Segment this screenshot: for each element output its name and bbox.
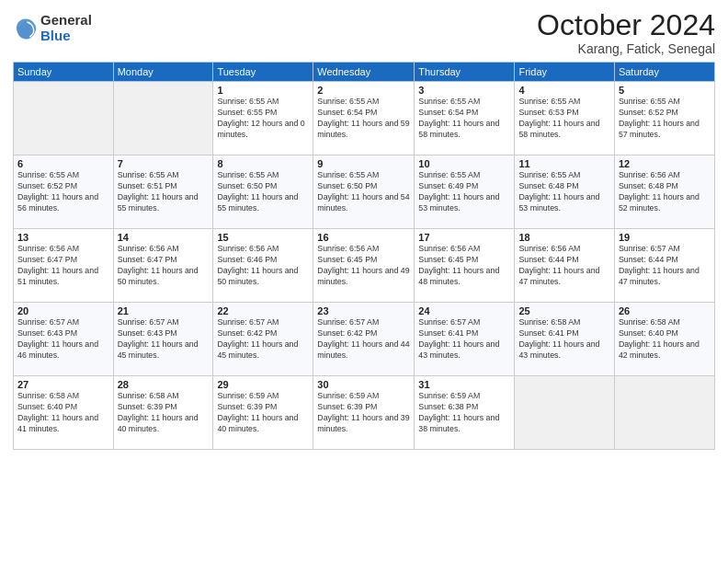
calendar-week-row: 27Sunrise: 6:58 AMSunset: 6:40 PMDayligh… [14, 376, 715, 450]
day-number: 30 [317, 379, 410, 390]
page-header: General Blue October 2024 Karang, Fatick… [13, 9, 715, 56]
header-tuesday: Tuesday [213, 63, 313, 82]
table-row: 27Sunrise: 6:58 AMSunset: 6:40 PMDayligh… [14, 376, 114, 450]
day-detail: Sunrise: 6:55 AMSunset: 6:55 PMDaylight:… [217, 97, 309, 141]
table-row: 25Sunrise: 6:58 AMSunset: 6:41 PMDayligh… [515, 303, 614, 376]
day-detail: Sunrise: 6:56 AMSunset: 6:48 PMDaylight:… [619, 170, 711, 214]
logo-blue-text: Blue [40, 29, 92, 44]
calendar-week-row: 20Sunrise: 6:57 AMSunset: 6:43 PMDayligh… [14, 303, 715, 376]
table-row: 1Sunrise: 6:55 AMSunset: 6:55 PMDaylight… [213, 82, 313, 155]
day-detail: Sunrise: 6:58 AMSunset: 6:40 PMDaylight:… [619, 317, 711, 362]
day-number: 27 [17, 379, 109, 390]
day-detail: Sunrise: 6:59 AMSunset: 6:39 PMDaylight:… [217, 391, 309, 435]
table-row: 2Sunrise: 6:55 AMSunset: 6:54 PMDaylight… [313, 82, 415, 155]
day-detail: Sunrise: 6:59 AMSunset: 6:38 PMDaylight:… [418, 391, 510, 435]
table-row: 16Sunrise: 6:56 AMSunset: 6:45 PMDayligh… [313, 229, 415, 303]
day-number: 19 [619, 232, 711, 243]
day-detail: Sunrise: 6:56 AMSunset: 6:45 PMDaylight:… [317, 244, 410, 288]
table-row: 4Sunrise: 6:55 AMSunset: 6:53 PMDaylight… [515, 82, 614, 155]
day-detail: Sunrise: 6:56 AMSunset: 6:47 PMDaylight:… [118, 244, 210, 288]
day-detail: Sunrise: 6:57 AMSunset: 6:42 PMDaylight:… [217, 317, 309, 362]
day-number: 4 [518, 85, 609, 96]
calendar-table: Sunday Monday Tuesday Wednesday Thursday… [13, 62, 715, 450]
day-number: 9 [317, 158, 410, 169]
day-number: 29 [217, 379, 309, 390]
day-detail: Sunrise: 6:55 AMSunset: 6:52 PMDaylight:… [17, 170, 109, 214]
table-row: 22Sunrise: 6:57 AMSunset: 6:42 PMDayligh… [213, 303, 313, 376]
day-number: 12 [619, 158, 711, 169]
day-detail: Sunrise: 6:57 AMSunset: 6:44 PMDaylight:… [619, 244, 711, 288]
day-number: 15 [217, 232, 309, 243]
day-detail: Sunrise: 6:59 AMSunset: 6:39 PMDaylight:… [317, 391, 410, 435]
table-row: 6Sunrise: 6:55 AMSunset: 6:52 PMDaylight… [14, 155, 114, 229]
day-number: 21 [118, 305, 210, 316]
table-row: 12Sunrise: 6:56 AMSunset: 6:48 PMDayligh… [614, 155, 714, 229]
day-detail: Sunrise: 6:56 AMSunset: 6:45 PMDaylight:… [418, 244, 510, 288]
day-number: 3 [418, 85, 510, 96]
table-row [614, 376, 714, 450]
header-wednesday: Wednesday [313, 63, 415, 82]
day-detail: Sunrise: 6:57 AMSunset: 6:43 PMDaylight:… [17, 317, 109, 362]
table-row: 18Sunrise: 6:56 AMSunset: 6:44 PMDayligh… [515, 229, 614, 303]
header-monday: Monday [113, 63, 213, 82]
table-row: 29Sunrise: 6:59 AMSunset: 6:39 PMDayligh… [213, 376, 313, 450]
header-saturday: Saturday [614, 63, 714, 82]
title-block: October 2024 Karang, Fatick, Senegal [537, 9, 715, 56]
day-number: 22 [217, 305, 309, 316]
table-row: 13Sunrise: 6:56 AMSunset: 6:47 PMDayligh… [14, 229, 114, 303]
day-number: 8 [217, 158, 309, 169]
table-row: 14Sunrise: 6:56 AMSunset: 6:47 PMDayligh… [113, 229, 213, 303]
day-number: 26 [619, 305, 711, 316]
day-number: 18 [518, 232, 609, 243]
day-number: 10 [418, 158, 510, 169]
page-container: General Blue October 2024 Karang, Fatick… [0, 0, 728, 563]
table-row: 8Sunrise: 6:55 AMSunset: 6:50 PMDaylight… [213, 155, 313, 229]
table-row: 31Sunrise: 6:59 AMSunset: 6:38 PMDayligh… [415, 376, 515, 450]
day-detail: Sunrise: 6:55 AMSunset: 6:51 PMDaylight:… [118, 170, 210, 214]
calendar-week-row: 6Sunrise: 6:55 AMSunset: 6:52 PMDaylight… [14, 155, 715, 229]
table-row [14, 82, 114, 155]
day-number: 14 [118, 232, 210, 243]
day-number: 6 [17, 158, 109, 169]
logo-icon [13, 16, 39, 41]
day-detail: Sunrise: 6:55 AMSunset: 6:48 PMDaylight:… [518, 170, 609, 214]
day-detail: Sunrise: 6:55 AMSunset: 6:54 PMDaylight:… [418, 97, 510, 141]
day-detail: Sunrise: 6:57 AMSunset: 6:42 PMDaylight:… [317, 317, 410, 362]
logo: General Blue [13, 13, 92, 43]
table-row: 10Sunrise: 6:55 AMSunset: 6:49 PMDayligh… [415, 155, 515, 229]
table-row: 28Sunrise: 6:58 AMSunset: 6:39 PMDayligh… [113, 376, 213, 450]
calendar-week-row: 13Sunrise: 6:56 AMSunset: 6:47 PMDayligh… [14, 229, 715, 303]
day-detail: Sunrise: 6:58 AMSunset: 6:39 PMDaylight:… [118, 391, 210, 435]
table-row: 9Sunrise: 6:55 AMSunset: 6:50 PMDaylight… [313, 155, 415, 229]
table-row: 24Sunrise: 6:57 AMSunset: 6:41 PMDayligh… [415, 303, 515, 376]
weekday-header-row: Sunday Monday Tuesday Wednesday Thursday… [14, 63, 715, 82]
header-friday: Friday [515, 63, 614, 82]
day-detail: Sunrise: 6:56 AMSunset: 6:44 PMDaylight:… [518, 244, 609, 288]
header-thursday: Thursday [415, 63, 515, 82]
day-detail: Sunrise: 6:55 AMSunset: 6:52 PMDaylight:… [619, 97, 711, 141]
day-number: 2 [317, 85, 410, 96]
day-number: 31 [418, 379, 510, 390]
table-row: 5Sunrise: 6:55 AMSunset: 6:52 PMDaylight… [614, 82, 714, 155]
day-detail: Sunrise: 6:58 AMSunset: 6:40 PMDaylight:… [17, 391, 109, 435]
day-detail: Sunrise: 6:57 AMSunset: 6:41 PMDaylight:… [418, 317, 510, 362]
day-number: 24 [418, 305, 510, 316]
day-detail: Sunrise: 6:56 AMSunset: 6:46 PMDaylight:… [217, 244, 309, 288]
table-row [113, 82, 213, 155]
day-number: 11 [518, 158, 609, 169]
day-number: 5 [619, 85, 711, 96]
day-number: 20 [17, 305, 109, 316]
location: Karang, Fatick, Senegal [537, 41, 715, 56]
table-row [515, 376, 614, 450]
table-row: 7Sunrise: 6:55 AMSunset: 6:51 PMDaylight… [113, 155, 213, 229]
calendar-week-row: 1Sunrise: 6:55 AMSunset: 6:55 PMDaylight… [14, 82, 715, 155]
day-number: 7 [118, 158, 210, 169]
day-number: 25 [518, 305, 609, 316]
table-row: 30Sunrise: 6:59 AMSunset: 6:39 PMDayligh… [313, 376, 415, 450]
day-detail: Sunrise: 6:58 AMSunset: 6:41 PMDaylight:… [518, 317, 609, 362]
day-detail: Sunrise: 6:55 AMSunset: 6:54 PMDaylight:… [317, 97, 410, 141]
day-detail: Sunrise: 6:55 AMSunset: 6:50 PMDaylight:… [217, 170, 309, 214]
header-sunday: Sunday [14, 63, 114, 82]
day-detail: Sunrise: 6:55 AMSunset: 6:53 PMDaylight:… [518, 97, 609, 141]
day-number: 16 [317, 232, 410, 243]
